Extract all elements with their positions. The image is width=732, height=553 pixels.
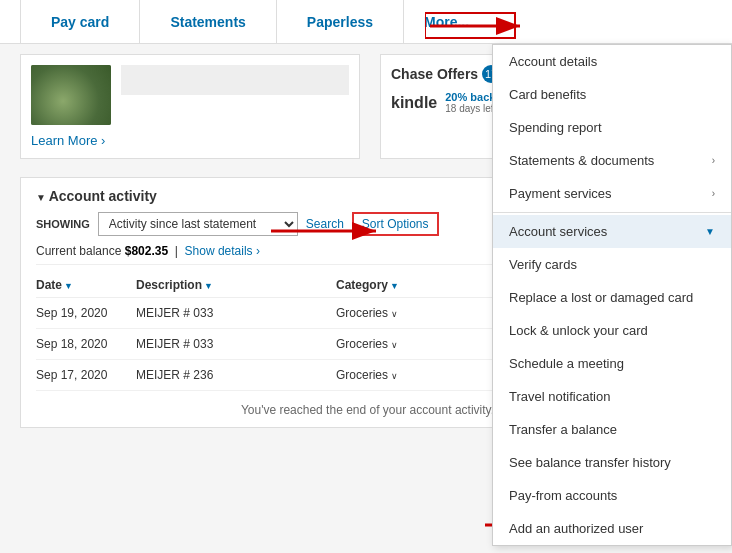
dropdown-menu: Account detailsCard benefitsSpending rep… — [492, 44, 732, 546]
row-category: Groceries — [336, 368, 486, 382]
menu-separator — [493, 212, 731, 213]
menu-item-travel-notification[interactable]: Travel notification — [493, 380, 731, 413]
menu-item-label: Transfer a balance — [509, 422, 617, 437]
nav-pay-card[interactable]: Pay card — [20, 0, 140, 43]
table-row[interactable]: Sep 19, 2020 MEIJER # 033 Groceries — [36, 298, 494, 329]
menu-item-verify-cards[interactable]: Verify cards — [493, 248, 731, 281]
promo-text — [121, 65, 349, 100]
row-date: Sep 19, 2020 — [36, 306, 136, 320]
promo-image — [31, 65, 111, 125]
menu-item-payment-services[interactable]: Payment services› — [493, 177, 731, 210]
chevron-right-icon: › — [712, 155, 715, 166]
menu-item-lock-unlock-your-card[interactable]: Lock & unlock your card — [493, 314, 731, 347]
account-activity-header: Account activity — [36, 188, 494, 204]
col-description-header: Description▼ — [136, 278, 336, 292]
col-date-header: Date▼ — [36, 278, 136, 292]
menu-item-label: Verify cards — [509, 257, 577, 272]
menu-item-card-benefits[interactable]: Card benefits — [493, 78, 731, 111]
top-navigation: Pay card Statements Paperless More... — [0, 0, 732, 44]
account-activity-panel: Account activity SHOWING Activity since … — [20, 177, 510, 428]
menu-section-label: Account services — [509, 224, 607, 239]
offer-percent: 20% back — [445, 91, 496, 103]
menu-item-label: Spending report — [509, 120, 602, 135]
row-category: Groceries — [336, 337, 486, 351]
learn-more-link[interactable]: Learn More — [31, 133, 349, 148]
kindle-logo: kindle — [391, 94, 437, 112]
offer-days: 18 days left — [445, 103, 496, 114]
menu-item-pay-from-accounts[interactable]: Pay-from accounts — [493, 479, 731, 512]
menu-section-account-services[interactable]: Account services▼ — [493, 215, 731, 248]
row-date: Sep 17, 2020 — [36, 368, 136, 382]
menu-item-label: Card benefits — [509, 87, 586, 102]
row-description: MEIJER # 033 — [136, 337, 336, 351]
menu-item-schedule-a-meeting[interactable]: Schedule a meeting — [493, 347, 731, 380]
menu-item-label: Pay-from accounts — [509, 488, 617, 503]
showing-label: SHOWING — [36, 218, 90, 230]
col-category-header: Category▼ — [336, 278, 486, 292]
nav-more[interactable]: More... — [404, 0, 489, 43]
nav-statements[interactable]: Statements — [140, 0, 276, 43]
chevron-down-icon: ▼ — [705, 226, 715, 237]
menu-item-label: Account details — [509, 54, 597, 69]
menu-item-transfer-a-balance[interactable]: Transfer a balance — [493, 413, 731, 446]
row-date: Sep 18, 2020 — [36, 337, 136, 351]
menu-item-label: Add an authorized user — [509, 521, 643, 536]
promo-card: Learn More — [20, 54, 360, 159]
balance-label: Current balance — [36, 244, 121, 258]
balance-bar: Current balance $802.35 | Show details › — [36, 244, 494, 265]
menu-item-label: Schedule a meeting — [509, 356, 624, 371]
nav-paperless[interactable]: Paperless — [277, 0, 404, 43]
menu-item-label: See balance transfer history — [509, 455, 671, 470]
table-row[interactable]: Sep 17, 2020 MEIJER # 236 Groceries — [36, 360, 494, 391]
showing-bar: SHOWING Activity since last statement Se… — [36, 212, 494, 236]
menu-item-label: Lock & unlock your card — [509, 323, 648, 338]
menu-item-spending-report[interactable]: Spending report — [493, 111, 731, 144]
row-description: MEIJER # 236 — [136, 368, 336, 382]
chevron-right-icon: › — [712, 188, 715, 199]
menu-item-label: Payment services — [509, 186, 612, 201]
transaction-table: Sep 19, 2020 MEIJER # 033 Groceries Sep … — [36, 298, 494, 391]
menu-item-label: Statements & documents — [509, 153, 654, 168]
show-details-link[interactable]: Show details › — [185, 244, 260, 258]
menu-item-statements-documents[interactable]: Statements & documents› — [493, 144, 731, 177]
menu-item-label: Travel notification — [509, 389, 610, 404]
balance-amount: $802.35 — [125, 244, 168, 258]
table-row[interactable]: Sep 18, 2020 MEIJER # 033 Groceries — [36, 329, 494, 360]
row-category: Groceries — [336, 306, 486, 320]
menu-item-account-details[interactable]: Account details — [493, 45, 731, 78]
table-header: Date▼ Description▼ Category▼ — [36, 273, 494, 298]
menu-item-label: Replace a lost or damaged card — [509, 290, 693, 305]
promo-title-placeholder — [121, 65, 349, 95]
row-description: MEIJER # 033 — [136, 306, 336, 320]
chase-offers-title: Chase Offers — [391, 66, 478, 82]
menu-item-see-balance-transfer-history[interactable]: See balance transfer history — [493, 446, 731, 479]
menu-item-replace-a-lost-or-damaged-card[interactable]: Replace a lost or damaged card — [493, 281, 731, 314]
arrow-sort-annotation — [266, 216, 406, 246]
end-of-activity-message: You've reached the end of your account a… — [36, 399, 494, 417]
menu-item-add-an-authorized-user[interactable]: Add an authorized user — [493, 512, 731, 545]
